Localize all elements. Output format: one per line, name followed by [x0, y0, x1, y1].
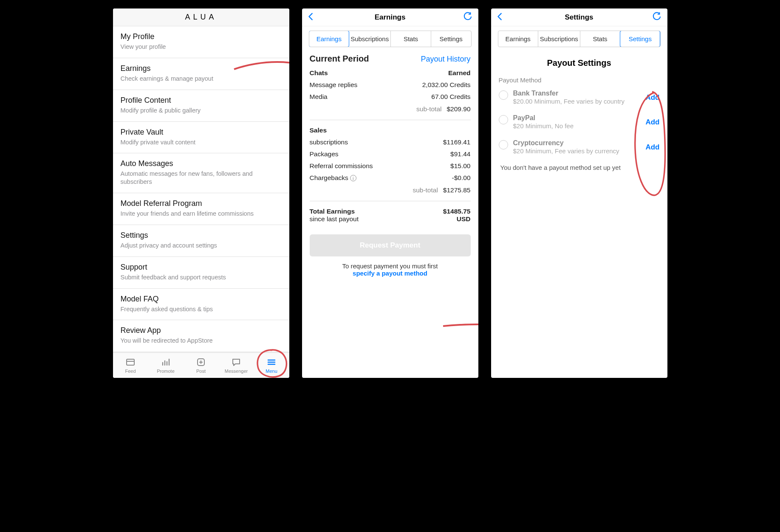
menu-item-title: Model FAQ: [121, 295, 282, 304]
request-payment-button[interactable]: Request Payment: [310, 234, 471, 256]
method-title: PayPal: [513, 114, 641, 122]
method-title: Cryptocurrency: [513, 139, 641, 147]
sales-header: Sales: [310, 127, 327, 134]
post-icon: [196, 357, 206, 367]
seg-tab-earnings[interactable]: Earnings: [498, 31, 538, 47]
sales-subtotal-label: sub-total: [413, 186, 438, 194]
menu-icon: [266, 357, 277, 367]
seg-tab-earnings[interactable]: Earnings: [309, 31, 350, 47]
tab-menu[interactable]: Menu: [254, 353, 289, 378]
svg-rect-0: [127, 359, 134, 365]
segment-tabs: EarningsSubscriptionsStatsSettings: [309, 31, 472, 47]
seg-tab-stats[interactable]: Stats: [580, 31, 620, 47]
add-button[interactable]: Add: [645, 93, 659, 102]
refresh-button[interactable]: [463, 12, 472, 23]
payout-method-label: Payout Method: [499, 76, 660, 84]
row-label: Packages: [310, 150, 339, 158]
menu-item-earnings[interactable]: EarningsCheck earnings & manage payout: [113, 58, 289, 90]
radio-button[interactable]: [499, 140, 508, 149]
method-sub: $20.00 Minimum, Fee varies by country: [513, 97, 641, 106]
app-logo-header: ALUA: [113, 8, 289, 26]
payout-hint: To request payment you must first specif…: [310, 262, 471, 277]
menu-item-settings[interactable]: SettingsAdjust privacy and account setti…: [113, 225, 289, 257]
chats-header-right: Earned: [448, 69, 471, 77]
seg-tab-subscriptions[interactable]: Subscriptions: [538, 31, 580, 47]
nav-title: Settings: [565, 13, 593, 22]
app-logo: ALUA: [185, 13, 217, 22]
chevron-left-icon: [495, 12, 505, 21]
menu-item-review-app[interactable]: Review AppYou will be redirected to AppS…: [113, 320, 289, 352]
back-button[interactable]: [306, 12, 316, 23]
menu-item-private-vault[interactable]: Private VaultModify private vault conten…: [113, 122, 289, 154]
menu-list[interactable]: My ProfileView your profileEarningsCheck…: [113, 26, 289, 352]
total-earnings-label: Total Earnings: [310, 208, 359, 215]
menu-item-title: Review App: [121, 326, 282, 335]
method-sub: $20 Minimum, Fee varies by currency: [513, 147, 641, 155]
payout-method-cryptocurrency: Cryptocurrency$20 Minimum, Fee varies by…: [499, 139, 660, 155]
tab-post[interactable]: Post: [184, 353, 219, 378]
menu-item-support[interactable]: SupportSubmit feedback and support reque…: [113, 257, 289, 289]
menu-item-sub: Modify profile & public gallery: [121, 107, 282, 115]
nav-header: Earnings: [302, 8, 478, 26]
row-label: subscriptions: [310, 138, 348, 146]
method-text: Bank Transfer$20.00 Minimum, Fee varies …: [513, 90, 641, 106]
payout-body: Payout Settings Payout Method Bank Trans…: [491, 47, 667, 178]
menu-item-sub: Frequently asked questions & tips: [121, 305, 282, 313]
seg-tab-subscriptions[interactable]: Subscriptions: [349, 31, 391, 47]
nav-header: Settings: [491, 8, 667, 26]
tab-label: Feed: [125, 369, 136, 374]
menu-item-sub: Modify private vault content: [121, 138, 282, 146]
tab-feed[interactable]: Feed: [113, 353, 148, 378]
seg-tab-settings[interactable]: Settings: [620, 31, 660, 47]
radio-button[interactable]: [499, 90, 508, 100]
row-value: -$0.00: [452, 174, 471, 182]
menu-item-title: My Profile: [121, 32, 282, 41]
menu-item-sub: View your profile: [121, 43, 282, 51]
method-text: Cryptocurrency$20 Minimum, Fee varies by…: [513, 139, 641, 155]
menu-item-title: Profile Content: [121, 96, 282, 105]
messenger-icon: [231, 357, 241, 367]
add-button[interactable]: Add: [645, 143, 659, 152]
menu-item-my-profile[interactable]: My ProfileView your profile: [113, 26, 289, 58]
earnings-row: Message replies2,032.00 Credits: [310, 79, 471, 91]
tab-messenger[interactable]: Messenger: [219, 353, 254, 378]
since-last-payout-label: since last payout: [310, 215, 359, 223]
method-sub: $20 Minimum, No fee: [513, 122, 641, 130]
info-icon[interactable]: i: [350, 175, 356, 181]
menu-item-title: Model Referral Program: [121, 199, 282, 208]
method-text: PayPal$20 Minimum, No fee: [513, 114, 641, 130]
earnings-row: Media67.00 Credits: [310, 91, 471, 103]
row-label: Referral commissions: [310, 162, 373, 170]
earnings-row: Referral commissions$15.00: [310, 160, 471, 172]
specify-payout-link[interactable]: specify a payout method: [353, 270, 427, 277]
payout-history-link[interactable]: Payout History: [421, 55, 470, 64]
tab-promote[interactable]: Promote: [148, 353, 184, 378]
seg-tab-settings[interactable]: Settings: [431, 31, 471, 47]
tab-label: Messenger: [225, 369, 248, 374]
menu-item-model-faq[interactable]: Model FAQFrequently asked questions & ti…: [113, 289, 289, 321]
total-currency: USD: [443, 215, 471, 223]
menu-item-model-referral-program[interactable]: Model Referral ProgramInvite your friend…: [113, 193, 289, 225]
menu-item-sub: Adjust privacy and account settings: [121, 242, 282, 250]
screen-payout-settings: Settings EarningsSubscriptionsStatsSetti…: [491, 8, 667, 378]
menu-item-sub: Automatic messages for new fans, followe…: [121, 170, 282, 186]
menu-item-profile-content[interactable]: Profile ContentModify profile & public g…: [113, 90, 289, 122]
menu-item-title: Private Vault: [121, 128, 282, 137]
row-label: Media: [310, 93, 328, 101]
add-button[interactable]: Add: [645, 118, 659, 127]
hint-text: To request payment you must first: [342, 262, 438, 270]
row-label: Message replies: [310, 81, 358, 89]
method-title: Bank Transfer: [513, 90, 641, 97]
seg-tab-stats[interactable]: Stats: [391, 31, 431, 47]
back-button[interactable]: [495, 12, 505, 23]
tab-label: Promote: [157, 369, 175, 374]
current-period-heading: Current Period: [310, 54, 369, 64]
refresh-button[interactable]: [652, 12, 661, 23]
earnings-row: Chargebacksi-$0.00: [310, 172, 471, 184]
tab-label: Menu: [266, 369, 277, 374]
menu-item-title: Earnings: [121, 64, 282, 73]
row-value: 2,032.00 Credits: [422, 81, 471, 89]
radio-button[interactable]: [499, 115, 508, 124]
menu-item-auto-messages[interactable]: Auto MessagesAutomatic messages for new …: [113, 153, 289, 193]
chats-subtotal-label: sub-total: [416, 105, 441, 113]
